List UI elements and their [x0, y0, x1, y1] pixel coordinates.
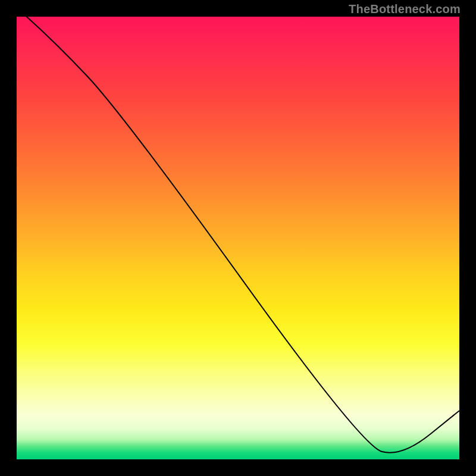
curve-path: [17, 17, 459, 453]
chart-frame: TheBottleneck.com: [0, 0, 476, 476]
attribution-text: TheBottleneck.com: [349, 2, 461, 16]
plot-area: [17, 17, 459, 459]
bottleneck-curve: [17, 17, 459, 459]
